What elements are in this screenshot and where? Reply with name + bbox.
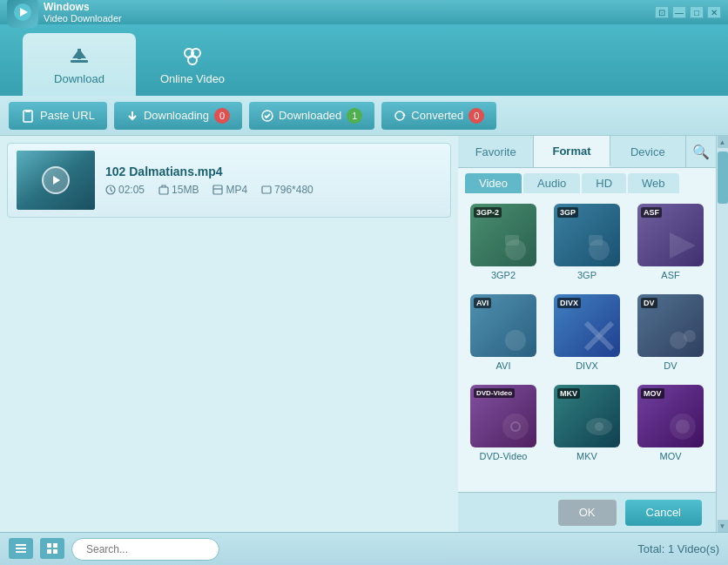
search-box[interactable] xyxy=(71,538,219,561)
play-icon xyxy=(42,166,70,194)
svg-rect-4 xyxy=(78,49,81,59)
sub-tab-audio[interactable]: Audio xyxy=(523,173,580,193)
svg-point-29 xyxy=(684,330,696,342)
format-panel: Favorite Format Device 🔍 Video Audio xyxy=(458,136,728,532)
svg-point-30 xyxy=(502,414,529,440)
sub-tab-web[interactable]: Web xyxy=(628,173,679,193)
sub-tab-hd[interactable]: HD xyxy=(582,173,626,193)
minimize-icon[interactable]: ⊡ xyxy=(655,6,669,18)
tab-online-video-label: Online Video xyxy=(160,72,225,85)
format-grid: 3GP-2 3GP2 3GP xyxy=(465,200,709,465)
tab-online-video[interactable]: Online Video xyxy=(136,33,249,96)
svg-rect-41 xyxy=(47,549,51,554)
svg-rect-9 xyxy=(25,110,30,112)
title-bar: Windows Video Downloader ⊡ — □ ✕ xyxy=(0,0,728,24)
format-name-mov: MOV xyxy=(659,451,681,461)
svg-rect-23 xyxy=(589,235,603,246)
downloading-button[interactable]: Downloading 0 xyxy=(114,102,242,130)
format-tabs: Favorite Format Device 🔍 xyxy=(458,136,716,168)
tab-device[interactable]: Device xyxy=(610,136,686,167)
action-bar: OK Cancel xyxy=(458,492,716,532)
converted-label: Converted xyxy=(411,109,463,122)
svg-rect-38 xyxy=(16,551,26,553)
video-meta: 02:05 15MB MP4 xyxy=(105,184,313,196)
sub-tab-video[interactable]: Video xyxy=(465,173,522,193)
svg-rect-19 xyxy=(262,186,271,193)
toolbar: Paste URL Downloading 0 Downloaded 1 Con… xyxy=(0,96,728,136)
downloaded-label: Downloaded xyxy=(279,109,341,122)
total-count: Total: 1 Video(s) xyxy=(637,542,719,555)
video-thumbnail xyxy=(17,151,95,210)
downloaded-count: 1 xyxy=(347,108,362,124)
title-bar-controls[interactable]: ⊡ — □ ✕ xyxy=(655,6,721,18)
scrollbar-thumb[interactable] xyxy=(718,151,728,204)
scroll-down-arrow[interactable]: ▼ xyxy=(718,520,728,532)
search-input[interactable] xyxy=(86,543,217,555)
svg-rect-37 xyxy=(16,548,26,549)
format-item-3gp[interactable]: 3GP 3GP xyxy=(549,200,625,284)
video-list: 102 Dalmatians.mp4 02:05 xyxy=(0,136,458,532)
svg-marker-24 xyxy=(670,232,696,259)
format-item-3gp2[interactable]: 3GP-2 3GP2 xyxy=(465,200,542,284)
video-resolution: 796*480 xyxy=(261,184,313,196)
downloading-count: 0 xyxy=(214,108,230,124)
converted-count: 0 xyxy=(468,108,484,124)
tab-download[interactable]: Download xyxy=(23,33,136,96)
svg-line-15 xyxy=(111,190,112,192)
format-item-dv[interactable]: DV DV xyxy=(632,291,709,374)
format-item-avi[interactable]: AVI AVI xyxy=(465,291,542,374)
svg-rect-17 xyxy=(213,185,222,194)
grid-view-button[interactable] xyxy=(40,538,64,559)
format-item-asf[interactable]: ASF ASF xyxy=(632,200,709,284)
cancel-button[interactable]: Cancel xyxy=(625,500,702,526)
format-item-mkv[interactable]: MKV MKV xyxy=(549,381,625,465)
tab-format[interactable]: Format xyxy=(534,136,610,167)
header: Download Online Video xyxy=(0,24,728,96)
svg-rect-16 xyxy=(159,187,168,194)
format-item-divx[interactable]: DIVX DIVX xyxy=(549,291,625,374)
close-icon[interactable]: ✕ xyxy=(707,6,721,18)
status-bar-left xyxy=(9,538,219,561)
tab-favorite[interactable]: Favorite xyxy=(458,136,534,167)
svg-point-35 xyxy=(676,420,690,434)
converted-button[interactable]: Converted 0 xyxy=(381,102,496,130)
svg-rect-36 xyxy=(16,544,26,546)
video-info: 102 Dalmatians.mp4 02:05 xyxy=(105,165,313,196)
svg-marker-12 xyxy=(53,176,60,185)
format-name-divx: DIVX xyxy=(576,360,598,371)
list-view-button[interactable] xyxy=(9,538,33,559)
svg-rect-21 xyxy=(505,235,519,246)
scrollbar[interactable]: ▲ ▼ xyxy=(716,136,728,532)
svg-point-33 xyxy=(595,422,603,431)
format-grid-container: 3GP-2 3GP2 3GP xyxy=(458,193,716,492)
ok-button[interactable]: OK xyxy=(558,500,617,526)
app-name: Windows Video Downloader xyxy=(44,1,122,24)
video-item[interactable]: 102 Dalmatians.mp4 02:05 xyxy=(7,143,451,218)
scroll-up-arrow[interactable]: ▲ xyxy=(718,136,728,148)
svg-point-7 xyxy=(188,56,197,64)
svg-rect-39 xyxy=(47,543,51,548)
restore-icon[interactable]: — xyxy=(672,6,686,18)
svg-rect-40 xyxy=(53,543,57,548)
video-duration: 02:05 xyxy=(105,184,145,196)
format-item-mov[interactable]: MOV MOV xyxy=(632,381,709,465)
video-size: 15MB xyxy=(158,184,199,196)
format-item-dvd[interactable]: DVD-Video DVD-Video xyxy=(465,381,542,465)
format-name-3gp2: 3GP2 xyxy=(491,270,516,280)
search-icon[interactable]: 🔍 xyxy=(686,136,716,167)
format-name-avi: AVI xyxy=(496,360,511,371)
format-name-dvd: DVD-Video xyxy=(480,451,528,461)
video-title: 102 Dalmatians.mp4 xyxy=(105,165,313,178)
format-panel-inner: Favorite Format Device 🔍 Video Audio xyxy=(458,136,716,532)
paste-url-label: Paste URL xyxy=(40,109,95,122)
downloading-label: Downloading xyxy=(144,109,209,122)
downloaded-button[interactable]: Downloaded 1 xyxy=(249,102,374,130)
format-name-dv: DV xyxy=(664,360,677,371)
tab-download-label: Download xyxy=(54,72,104,85)
svg-point-25 xyxy=(505,330,526,351)
title-bar-brand: Windows Video Downloader xyxy=(7,0,122,28)
video-format: MP4 xyxy=(212,184,247,196)
maximize-icon[interactable]: □ xyxy=(690,6,704,18)
paste-url-button[interactable]: Paste URL xyxy=(9,102,107,130)
main-content: 102 Dalmatians.mp4 02:05 xyxy=(0,136,728,532)
